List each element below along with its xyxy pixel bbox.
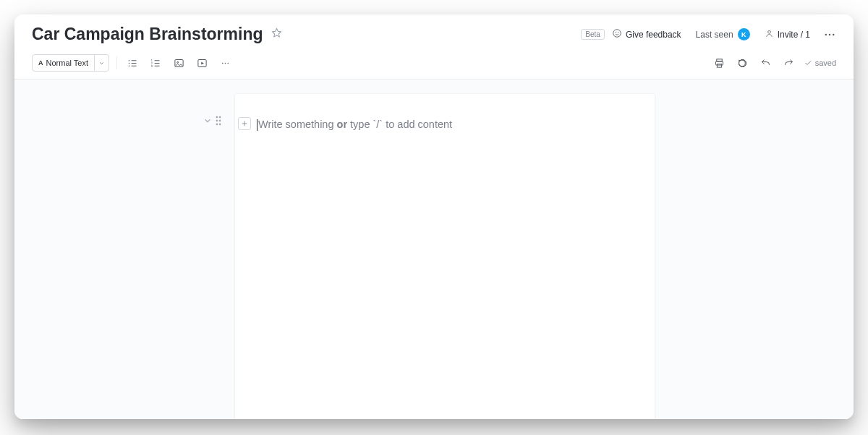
text-style-icon: A (38, 59, 43, 66)
svg-point-20 (177, 61, 179, 63)
svg-point-6 (833, 33, 834, 35)
undo-button[interactable] (757, 54, 775, 72)
video-icon (197, 58, 208, 69)
plus-icon (241, 120, 248, 127)
saved-status: saved (804, 59, 836, 67)
print-icon (714, 58, 725, 69)
chevron-down-icon (98, 60, 105, 66)
svg-point-32 (216, 124, 218, 125)
video-button[interactable] (194, 54, 211, 72)
svg-point-1 (616, 33, 616, 33)
svg-point-33 (219, 124, 221, 125)
svg-point-29 (219, 116, 221, 118)
doc-title: Car Campaign Brainstorming (32, 25, 263, 44)
svg-point-23 (225, 62, 226, 64)
print-button[interactable] (711, 54, 728, 72)
svg-text:3: 3 (151, 64, 153, 67)
doc-header: Car Campaign Brainstorming Beta Give fee… (14, 14, 854, 50)
svg-point-0 (613, 30, 621, 38)
avatar[interactable]: K (738, 28, 750, 40)
image-button[interactable] (171, 54, 188, 72)
last-seen-label: Last seen (696, 30, 733, 40)
more-horizontal-icon (823, 28, 836, 41)
undo-icon (760, 58, 771, 69)
svg-point-2 (618, 33, 618, 33)
svg-point-9 (129, 62, 130, 64)
saved-label: saved (815, 59, 836, 67)
svg-rect-19 (175, 59, 183, 66)
format-dropdown-caret[interactable] (95, 55, 109, 71)
image-icon (174, 58, 184, 69)
more-horizontal-icon (220, 58, 231, 69)
drag-handle-icon[interactable] (216, 116, 221, 126)
format-label: Normal Text (46, 59, 88, 67)
check-icon (804, 59, 812, 67)
format-main[interactable]: A Normal Text (33, 55, 95, 71)
svg-point-22 (222, 62, 224, 64)
beta-badge: Beta (581, 29, 605, 40)
bullet-list-icon (127, 58, 138, 69)
text-format-select[interactable]: A Normal Text (32, 54, 109, 72)
toolbar: A Normal Text 123 (14, 50, 854, 79)
more-menu-button[interactable] (823, 28, 836, 41)
bullet-list-button[interactable] (124, 54, 142, 72)
app-shell: Car Campaign Brainstorming Beta Give fee… (14, 14, 854, 419)
invite-button[interactable]: Invite / 1 (765, 29, 810, 40)
document-page[interactable]: Write something or type `/` to add conte… (235, 94, 655, 419)
text-cursor (257, 119, 258, 131)
block-gutter (204, 116, 221, 126)
svg-point-30 (216, 120, 218, 121)
chevron-down-icon[interactable] (204, 117, 211, 124)
svg-point-5 (829, 33, 830, 35)
svg-point-11 (129, 65, 130, 66)
redo-button[interactable] (780, 54, 798, 72)
give-feedback-button[interactable]: Give feedback (612, 28, 681, 40)
comment-icon (737, 58, 748, 69)
svg-point-24 (228, 62, 229, 64)
toolbar-divider (116, 56, 117, 69)
svg-rect-27 (718, 64, 722, 66)
favorite-star-icon[interactable] (271, 27, 283, 42)
editor-content-line[interactable]: Write something or type `/` to add conte… (257, 117, 633, 132)
feedback-label: Give feedback (626, 30, 681, 40)
svg-point-4 (825, 33, 827, 35)
redo-icon (783, 58, 794, 69)
svg-point-3 (767, 30, 770, 33)
user-icon (765, 29, 774, 40)
placeholder-bold: or (337, 119, 348, 130)
add-block-button[interactable] (238, 117, 251, 130)
placeholder-pre: Write something (258, 119, 337, 130)
comment-button[interactable] (734, 54, 752, 72)
editor-area: Write something or type `/` to add conte… (14, 79, 854, 419)
svg-point-31 (219, 120, 221, 121)
more-format-button[interactable] (217, 54, 234, 72)
last-seen: Last seen K (696, 28, 750, 40)
numbered-list-icon: 123 (150, 58, 161, 69)
svg-point-28 (216, 116, 218, 118)
svg-point-7 (129, 60, 130, 61)
invite-label: Invite / 1 (778, 30, 810, 40)
placeholder-post: type `/` to add content (347, 119, 452, 130)
smile-icon (612, 28, 622, 40)
numbered-list-button[interactable]: 123 (148, 54, 165, 72)
